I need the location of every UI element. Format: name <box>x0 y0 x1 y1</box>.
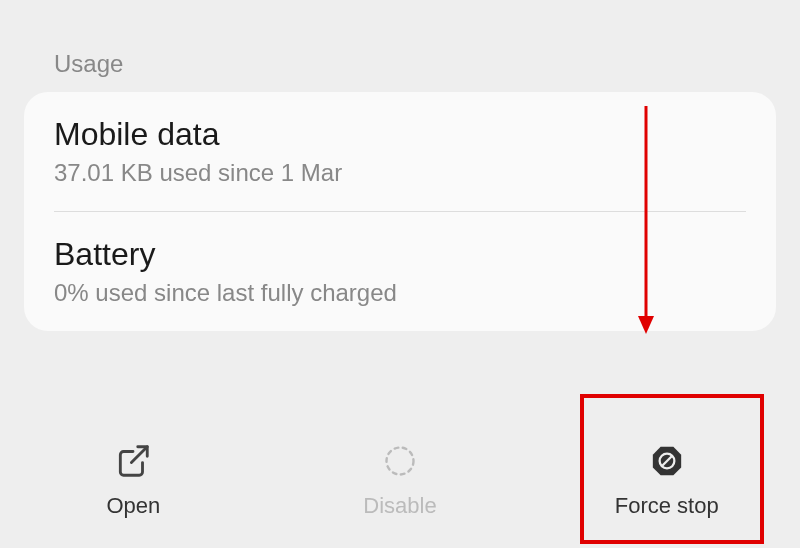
disable-button[interactable]: Disable <box>267 412 534 548</box>
battery-subtitle: 0% used since last fully charged <box>54 279 746 307</box>
force-stop-icon <box>647 441 687 481</box>
svg-line-0 <box>132 447 148 463</box>
battery-row[interactable]: Battery 0% used since last fully charged <box>24 212 776 331</box>
disable-label: Disable <box>363 493 436 519</box>
open-icon <box>113 441 153 481</box>
svg-point-1 <box>387 448 414 475</box>
bottom-action-bar: Open Disable Force stop <box>0 412 800 548</box>
usage-card: Mobile data 37.01 KB used since 1 Mar Ba… <box>24 92 776 331</box>
force-stop-label: Force stop <box>615 493 719 519</box>
disable-icon <box>380 441 420 481</box>
force-stop-button[interactable]: Force stop <box>533 412 800 548</box>
mobile-data-subtitle: 37.01 KB used since 1 Mar <box>54 159 746 187</box>
open-label: Open <box>106 493 160 519</box>
mobile-data-row[interactable]: Mobile data 37.01 KB used since 1 Mar <box>24 92 776 211</box>
mobile-data-title: Mobile data <box>54 116 746 153</box>
usage-section-header: Usage <box>0 0 800 92</box>
battery-title: Battery <box>54 236 746 273</box>
open-button[interactable]: Open <box>0 412 267 548</box>
